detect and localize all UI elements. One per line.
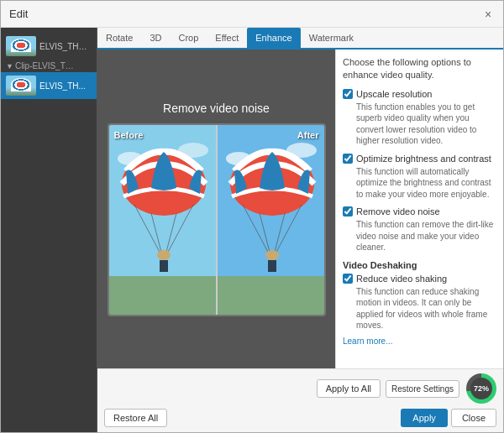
after-preview: After bbox=[218, 125, 324, 316]
before-label: Before bbox=[114, 130, 144, 140]
progress-circle: 72% bbox=[466, 373, 496, 404]
close-button[interactable]: Close bbox=[451, 409, 496, 427]
svg-rect-8 bbox=[160, 260, 168, 272]
after-image bbox=[218, 125, 324, 316]
preview-panel: Remove video noise Before bbox=[97, 50, 335, 368]
svg-point-18 bbox=[265, 250, 279, 260]
deshaking-row: Reduce video shaking bbox=[343, 274, 496, 284]
bottom-bar: Apply to All Restore Settings 72% Restor… bbox=[97, 368, 503, 432]
learn-more-link[interactable]: Learn more... bbox=[343, 336, 392, 346]
after-label: After bbox=[297, 130, 319, 140]
sidebar-item-label-2: ELVIS_TH... bbox=[39, 81, 86, 91]
noise-option: Remove video noise This function can rem… bbox=[343, 206, 496, 253]
before-preview: Before bbox=[109, 125, 216, 316]
tab-3d[interactable]: 3D bbox=[141, 28, 170, 48]
enhance-intro: Choose the following options to enhance … bbox=[343, 56, 496, 82]
before-image bbox=[109, 125, 216, 316]
sidebar-group-1[interactable]: ▼ Clip-ELVIS_TH... bbox=[1, 60, 97, 72]
brightness-option: Optimize brightness and contrast This fu… bbox=[343, 154, 496, 201]
window-title: Edit bbox=[9, 8, 28, 20]
before-after-preview: Before bbox=[108, 123, 326, 316]
deshaking-header: Video Deshaking bbox=[343, 260, 496, 270]
progress-value: 72% bbox=[470, 378, 492, 399]
bottom-actions-right: Apply Close bbox=[401, 409, 496, 427]
deshaking-label: Reduce video shaking bbox=[356, 274, 447, 284]
svg-point-20 bbox=[226, 152, 251, 165]
sidebar-item-label-1: ELVIS_THATS_... bbox=[39, 42, 92, 51]
tab-effect[interactable]: Effect bbox=[207, 28, 247, 48]
svg-rect-19 bbox=[268, 260, 276, 272]
restore-all-button[interactable]: Restore All bbox=[104, 409, 167, 427]
noise-desc: This function can remove the dirt-like v… bbox=[356, 219, 496, 253]
deshaking-desc: This function can reduce shaking motion … bbox=[356, 286, 496, 331]
bottom-row-2: Restore All Apply Close bbox=[97, 406, 503, 432]
brightness-label: Optimize brightness and contrast bbox=[356, 154, 491, 164]
deshaking-section: Video Deshaking Reduce video shaking Thi… bbox=[343, 260, 496, 347]
title-bar-left: Edit bbox=[9, 8, 28, 20]
bottom-row-1: Apply to All Restore Settings 72% bbox=[97, 369, 503, 406]
sidebar-item-2[interactable]: ELVIS_TH... bbox=[1, 72, 97, 99]
upscale-checkbox[interactable] bbox=[343, 89, 353, 99]
svg-rect-1 bbox=[109, 276, 216, 316]
tab-crop[interactable]: Crop bbox=[170, 28, 207, 48]
thumbnail-2 bbox=[6, 76, 36, 96]
deshaking-checkbox[interactable] bbox=[343, 274, 353, 284]
svg-point-21 bbox=[286, 143, 317, 158]
thumbnail-1 bbox=[6, 36, 36, 56]
title-bar: Edit × bbox=[1, 1, 503, 28]
tab-enhance[interactable]: Enhance bbox=[247, 28, 300, 48]
edit-window: Edit × ELVIS_THATS_... ▼ Clip-ELVIS_TH..… bbox=[0, 0, 504, 433]
upscale-desc: This function enables you to get superb … bbox=[356, 102, 496, 147]
right-panel: Choose the following options to enhance … bbox=[335, 50, 503, 368]
noise-row: Remove video noise bbox=[343, 206, 496, 216]
main-content: ELVIS_THATS_... ▼ Clip-ELVIS_TH... ELVIS… bbox=[1, 28, 503, 432]
bottom-actions-left: Restore All bbox=[104, 409, 167, 427]
sidebar: ELVIS_THATS_... ▼ Clip-ELVIS_TH... ELVIS… bbox=[1, 28, 97, 432]
noise-checkbox[interactable] bbox=[343, 206, 353, 216]
sidebar-item-1[interactable]: ELVIS_THATS_... bbox=[1, 33, 97, 60]
brightness-row: Optimize brightness and contrast bbox=[343, 154, 496, 164]
brightness-desc: This function will automatically optimiz… bbox=[356, 166, 496, 201]
svg-point-7 bbox=[157, 250, 171, 260]
sidebar-group-label: Clip-ELVIS_TH... bbox=[15, 61, 74, 70]
restore-settings-button[interactable]: Restore Settings bbox=[386, 380, 459, 398]
upscale-option: Upscale resolution This function enables… bbox=[343, 89, 496, 147]
tab-rotate[interactable]: Rotate bbox=[97, 28, 141, 48]
apply-to-all-button[interactable]: Apply to All bbox=[317, 379, 381, 398]
apply-button[interactable]: Apply bbox=[401, 409, 448, 427]
tabs-bar: Rotate 3D Crop Effect Enhance Watermark bbox=[97, 28, 503, 50]
enhance-options: Choose the following options to enhance … bbox=[336, 50, 503, 368]
svg-point-9 bbox=[118, 152, 143, 165]
preview-title: Remove video noise bbox=[163, 102, 270, 115]
upscale-label: Upscale resolution bbox=[356, 89, 433, 99]
expand-icon: ▼ bbox=[6, 62, 13, 70]
svg-rect-12 bbox=[218, 276, 324, 316]
noise-label: Remove video noise bbox=[356, 206, 440, 216]
preview-divider bbox=[216, 125, 218, 315]
tab-watermark[interactable]: Watermark bbox=[301, 28, 362, 48]
upscale-row: Upscale resolution bbox=[343, 89, 496, 99]
svg-point-10 bbox=[178, 143, 208, 158]
brightness-checkbox[interactable] bbox=[343, 154, 353, 164]
window-close-button[interactable]: × bbox=[481, 8, 495, 21]
